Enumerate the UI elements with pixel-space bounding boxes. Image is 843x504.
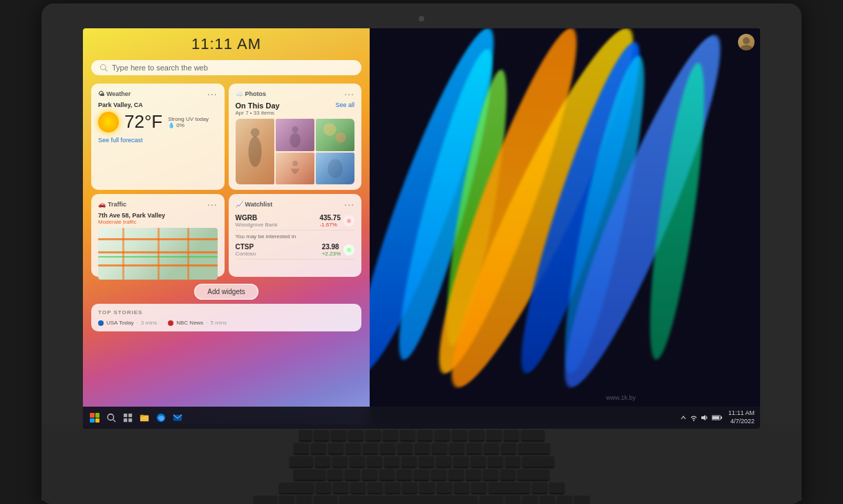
key-5[interactable] — [380, 443, 395, 454]
key-8[interactable] — [432, 443, 447, 454]
wifi-icon[interactable] — [690, 414, 698, 421]
key-s[interactable] — [345, 469, 360, 481]
key-semicolon[interactable] — [483, 469, 498, 481]
key-7[interactable] — [415, 443, 430, 454]
key-space[interactable] — [339, 496, 477, 504]
taskbar-search-button[interactable] — [105, 411, 117, 424]
key-pgdn[interactable] — [574, 496, 589, 504]
weather-dots-icon[interactable]: ··· — [207, 89, 218, 99]
key-0[interactable] — [466, 443, 482, 454]
stock-row-2[interactable]: CTSP Contoso 23.98 +2.23% — [236, 241, 355, 260]
weather-forecast-link[interactable]: See full forecast — [98, 137, 218, 144]
key-w[interactable] — [332, 456, 348, 467]
key-caps[interactable] — [294, 469, 325, 481]
key-f6[interactable] — [400, 430, 415, 441]
key-shift-l[interactable] — [279, 483, 314, 494]
key-2[interactable] — [328, 443, 343, 454]
key-x[interactable] — [333, 483, 348, 494]
key-alt-r[interactable] — [480, 496, 503, 504]
key-backslash[interactable] — [522, 456, 554, 467]
key-3[interactable] — [345, 443, 361, 454]
key-m[interactable] — [419, 483, 435, 494]
taskbar-browser-button[interactable] — [155, 411, 167, 424]
photos-see-all[interactable]: See all — [335, 101, 354, 108]
key-u[interactable] — [419, 456, 434, 467]
key-ctrl-r[interactable] — [505, 496, 520, 504]
key-r[interactable] — [367, 456, 382, 467]
key-alt-l[interactable] — [314, 496, 337, 504]
key-l[interactable] — [466, 469, 481, 481]
key-f1[interactable] — [314, 430, 329, 441]
story-item-2[interactable]: NBC News · 5 mins — [168, 320, 227, 326]
key-tab[interactable] — [290, 456, 313, 467]
key-shift-r[interactable] — [489, 483, 530, 494]
key-f2[interactable] — [331, 430, 346, 441]
taskbar-taskview-button[interactable] — [122, 411, 134, 424]
key-n[interactable] — [402, 483, 417, 494]
key-f8[interactable] — [435, 430, 450, 441]
key-6[interactable] — [397, 443, 413, 454]
key-equals[interactable] — [501, 443, 516, 454]
key-f5[interactable] — [383, 430, 398, 441]
windows-start-button[interactable] — [88, 411, 101, 424]
key-t[interactable] — [384, 456, 399, 467]
key-f10[interactable] — [469, 430, 484, 441]
key-o[interactable] — [453, 456, 468, 467]
key-f9[interactable] — [452, 430, 467, 441]
key-slash[interactable] — [471, 483, 486, 494]
key-bracket-r[interactable] — [505, 456, 520, 467]
key-z[interactable] — [316, 483, 331, 494]
key-enter[interactable] — [518, 469, 549, 481]
story-item-1[interactable]: USA Today · 3 mins — [98, 320, 157, 326]
watchlist-dots-icon[interactable]: ··· — [344, 200, 354, 209]
key-4[interactable] — [363, 443, 378, 454]
key-f7[interactable] — [417, 430, 433, 441]
key-j[interactable] — [431, 469, 446, 481]
key-ctrl-l[interactable] — [254, 496, 277, 504]
key-backspace[interactable] — [518, 443, 550, 454]
key-c[interactable] — [350, 483, 366, 494]
key-down-arrow[interactable] — [540, 496, 555, 504]
key-pgup[interactable] — [549, 483, 565, 494]
key-f[interactable] — [379, 469, 395, 481]
key-win[interactable] — [296, 496, 312, 504]
key-f11[interactable] — [486, 430, 502, 441]
key-e[interactable] — [350, 456, 365, 467]
key-period[interactable] — [454, 483, 469, 494]
key-fn[interactable] — [279, 496, 294, 504]
key-f4[interactable] — [366, 430, 381, 441]
taskbar-mail-button[interactable] — [171, 411, 184, 424]
add-widgets-button[interactable]: Add widgets — [194, 284, 258, 300]
key-up-arrow[interactable] — [532, 483, 547, 494]
key-a[interactable] — [328, 469, 343, 481]
user-avatar[interactable] — [738, 34, 755, 50]
key-del[interactable] — [521, 430, 544, 441]
battery-icon[interactable] — [712, 414, 723, 421]
key-bracket-l[interactable] — [488, 456, 503, 467]
key-d[interactable] — [362, 469, 377, 481]
traffic-dots-icon[interactable]: ··· — [207, 200, 218, 209]
key-left-arrow[interactable] — [522, 496, 538, 504]
search-bar[interactable]: Type here to search the web — [91, 60, 361, 75]
key-tilde[interactable] — [294, 443, 309, 454]
key-h[interactable] — [414, 469, 429, 481]
volume-icon[interactable] — [701, 414, 709, 421]
key-9[interactable] — [449, 443, 464, 454]
key-f12[interactable] — [504, 430, 519, 441]
chevron-up-icon[interactable] — [680, 414, 687, 421]
stock-row-1[interactable]: WGRB Woodgrove Bank 435.75 -1.67% — [236, 212, 355, 231]
key-v[interactable] — [368, 483, 383, 494]
key-i[interactable] — [436, 456, 451, 467]
key-g[interactable] — [397, 469, 412, 481]
key-comma[interactable] — [437, 483, 452, 494]
key-b[interactable] — [385, 483, 400, 494]
key-q[interactable] — [315, 456, 330, 467]
key-1[interactable] — [311, 443, 326, 454]
taskbar-datetime[interactable]: 11:11 AM 4/7/2022 — [728, 409, 755, 425]
key-k[interactable] — [448, 469, 464, 481]
photos-dots-icon[interactable]: ··· — [344, 89, 354, 99]
key-y[interactable] — [401, 456, 417, 467]
key-p[interactable] — [471, 456, 486, 467]
taskbar-explorer-button[interactable] — [138, 411, 151, 424]
key-minus[interactable] — [484, 443, 499, 454]
